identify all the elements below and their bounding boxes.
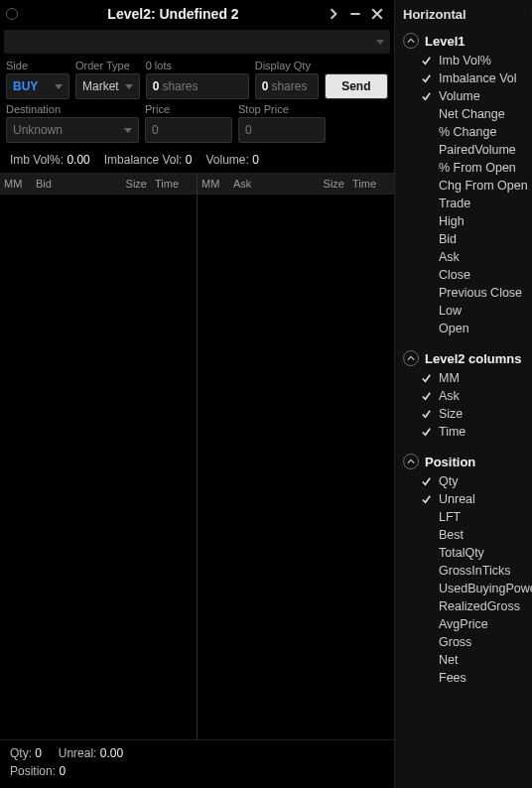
check-icon (419, 407, 433, 421)
option-label: Close (439, 268, 470, 282)
option-usedbuyingpower[interactable]: UsedBuyingPower (401, 580, 532, 597)
options-panel: Level1Imb Vol%Imbalance VolVolumeNet Cha… (395, 28, 532, 689)
option-time[interactable]: Time (401, 423, 532, 441)
col-ask[interactable]: Ask (229, 178, 261, 190)
order-type-select[interactable]: Market (75, 73, 140, 99)
stop-price-input[interactable]: 0 (238, 117, 326, 143)
option-label: Imbalance Vol (439, 71, 517, 85)
option-label: LFT (439, 510, 461, 524)
qty-value: 0 (35, 746, 42, 760)
volume-stat: Volume: 0 (205, 153, 258, 167)
option-label: Size (439, 407, 463, 421)
chevron-down-icon (55, 84, 63, 89)
option-lft[interactable]: LFT (401, 508, 532, 526)
check-icon (419, 143, 433, 157)
option-gross[interactable]: Gross (401, 633, 532, 651)
group-header-level1[interactable]: Level1 (401, 30, 532, 52)
display-qty-input[interactable]: 0 shares (255, 73, 319, 99)
symbol-search-input[interactable] (4, 30, 390, 54)
chevron-down-icon (125, 84, 133, 89)
col-time[interactable]: Time (348, 178, 394, 190)
option-net[interactable]: Net (401, 651, 532, 669)
panel-mode-select[interactable]: Horizontal (395, 0, 532, 28)
option-chg-from-open[interactable]: Chg From Open (401, 177, 532, 195)
check-icon (419, 425, 433, 439)
settings-chevron-icon[interactable] (323, 3, 344, 25)
side-select[interactable]: BUY (6, 73, 69, 99)
option-qty[interactable]: Qty (401, 472, 532, 490)
side-value: BUY (13, 79, 38, 93)
check-icon (419, 510, 433, 524)
price-input[interactable]: 0 (145, 117, 232, 143)
lots-value: 0 (153, 79, 160, 93)
option-size[interactable]: Size (401, 405, 532, 423)
group-label: Position (425, 455, 475, 469)
option-low[interactable]: Low (401, 302, 532, 320)
group-header-position[interactable]: Position (401, 451, 532, 472)
bid-side (0, 195, 197, 739)
option-label: High (439, 214, 465, 228)
imbalance-vol-stat: Imbalance Vol: 0 (104, 153, 193, 167)
option-best[interactable]: Best (401, 526, 532, 544)
option-totalqty[interactable]: TotalQty (401, 544, 532, 562)
position-value: 0 (59, 764, 66, 778)
chevron-down-icon (124, 128, 132, 133)
option-unreal[interactable]: Unreal (401, 490, 532, 508)
option-label: Imb Vol% (439, 54, 491, 67)
option-volume[interactable]: Volume (401, 87, 532, 105)
col-size[interactable]: Size (64, 178, 151, 190)
option-imb-vol-[interactable]: Imb Vol% (401, 52, 532, 69)
option-open[interactable]: Open (401, 320, 532, 337)
col-size[interactable]: Size (261, 178, 348, 190)
option-previous-close[interactable]: Previous Close (401, 284, 532, 302)
position-label: Position: (10, 764, 56, 778)
send-button[interactable]: Send (325, 73, 388, 99)
option-pairedvolume[interactable]: PairedVolume (401, 141, 532, 159)
col-mm[interactable]: MM (0, 178, 32, 190)
destination-select[interactable]: Unknown (6, 117, 139, 143)
check-icon (419, 161, 433, 175)
option-imbalance-vol[interactable]: Imbalance Vol (401, 69, 532, 87)
option-ask[interactable]: Ask (401, 248, 532, 266)
check-icon (419, 232, 433, 246)
side-label: Side (6, 60, 69, 71)
option-label: Trade (439, 197, 470, 210)
option-close[interactable]: Close (401, 266, 532, 284)
col-mm[interactable]: MM (198, 178, 229, 190)
col-bid[interactable]: Bid (32, 178, 64, 190)
option--change[interactable]: % Change (401, 123, 532, 141)
option-realizedgross[interactable]: RealizedGross (401, 597, 532, 615)
option-bid[interactable]: Bid (401, 230, 532, 248)
check-icon (419, 54, 433, 67)
check-icon (419, 322, 433, 335)
display-qty-value: 0 (262, 79, 269, 93)
option-label: Time (439, 425, 466, 439)
close-button[interactable] (366, 3, 388, 25)
group-header-level2-columns[interactable]: Level2 columns (401, 347, 532, 369)
col-time[interactable]: Time (151, 178, 197, 190)
option-label: Volume (439, 89, 480, 103)
option-fees[interactable]: Fees (401, 669, 532, 687)
price-label: Price (145, 103, 232, 115)
option-high[interactable]: High (401, 212, 532, 230)
option-avgprice[interactable]: AvgPrice (401, 615, 532, 633)
option-mm[interactable]: MM (401, 369, 532, 387)
option-ask[interactable]: Ask (401, 387, 532, 405)
option-trade[interactable]: Trade (401, 195, 532, 212)
option-net-change[interactable]: Net Change (401, 105, 532, 123)
check-icon (419, 89, 433, 103)
unreal-value: 0.00 (100, 746, 123, 760)
price-value: 0 (152, 123, 159, 137)
minimize-button[interactable] (344, 3, 366, 25)
check-icon (419, 389, 433, 403)
option-label: Qty (439, 474, 458, 488)
volume-label: Volume: (205, 153, 248, 167)
option--from-open[interactable]: % From Open (401, 159, 532, 177)
option-label: % Change (439, 125, 496, 139)
check-icon (419, 546, 433, 560)
collapse-icon (403, 454, 419, 469)
option-label: Bid (439, 232, 457, 246)
option-grossinticks[interactable]: GrossInTicks (401, 562, 532, 580)
quantity-input[interactable]: 0 shares (146, 73, 249, 99)
stop-price-value: 0 (245, 123, 252, 137)
